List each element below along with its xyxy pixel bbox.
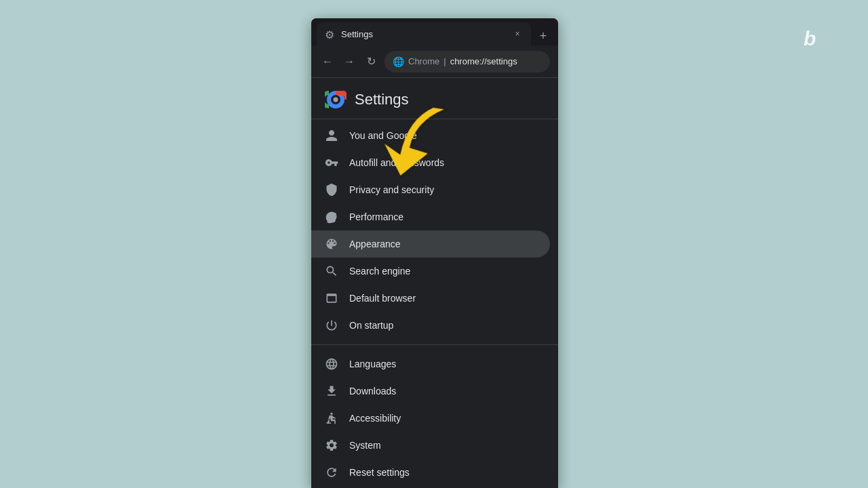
sidebar-item-label: System [349, 440, 381, 451]
sidebar-item-on-startup[interactable]: On startup [311, 312, 558, 339]
sidebar-item-label: You and Google [349, 130, 417, 141]
nav-section-main: You and Google Autofill and passwords Pr… [311, 119, 558, 342]
accessibility-icon [325, 411, 338, 425]
page-title: Settings [355, 91, 409, 108]
tab-favicon-icon: ⚙ [325, 28, 336, 39]
back-button[interactable]: ← [319, 54, 336, 70]
sidebar-item-label: Autofill and passwords [349, 157, 444, 168]
address-bar: ← → ↻ 🌐 Chrome | chrome://settings [311, 45, 558, 78]
bing-logo: b [804, 27, 831, 54]
tab-title: Settings [341, 29, 507, 39]
sidebar-item-label: Search engine [349, 266, 410, 277]
sidebar-item-label: Downloads [349, 386, 396, 396]
palette-icon [325, 237, 338, 251]
sidebar-item-label: Accessibility [349, 413, 401, 424]
sidebar-item-label: Default browser [349, 293, 416, 304]
power-icon [325, 319, 338, 332]
bing-logo-text: b [804, 27, 815, 49]
tab-close-button[interactable]: × [512, 28, 523, 39]
search-icon [325, 264, 338, 278]
nav-section-advanced: Languages Downloads Accessibility [311, 348, 558, 488]
shield-icon [325, 183, 338, 197]
gauge-icon [325, 210, 338, 224]
url-separator: | [443, 56, 446, 66]
globe-icon [325, 357, 338, 371]
chrome-logo-icon [325, 89, 347, 110]
svg-point-4 [330, 413, 332, 415]
forward-button[interactable]: → [341, 54, 357, 70]
sidebar-item-label: On startup [349, 320, 393, 331]
reset-icon [325, 466, 338, 479]
sidebar-item-autofill[interactable]: Autofill and passwords [311, 149, 558, 176]
download-icon [325, 384, 338, 398]
sidebar-item-you-and-google[interactable]: You and Google [311, 122, 558, 149]
url-path: chrome://settings [450, 56, 517, 66]
person-icon [325, 129, 338, 142]
sidebar-item-languages[interactable]: Languages [311, 350, 558, 378]
sidebar-item-accessibility[interactable]: Accessibility [311, 405, 558, 432]
browser-window: ⚙ Settings × + ← → ↻ 🌐 Chrome | chrome:/… [311, 18, 558, 488]
sidebar-item-label: Languages [349, 359, 396, 369]
settings-header: Settings [311, 78, 558, 119]
sidebar-item-search-engine[interactable]: Search engine [311, 258, 558, 285]
sidebar-item-downloads[interactable]: Downloads [311, 378, 558, 405]
tab-bar: ⚙ Settings × + [311, 18, 558, 45]
url-protocol: Chrome [408, 56, 439, 66]
browser-icon [325, 291, 338, 305]
sidebar-item-label: Appearance [349, 239, 401, 249]
settings-icon [325, 439, 338, 452]
sidebar-item-privacy[interactable]: Privacy and security [311, 176, 558, 203]
reload-button[interactable]: ↻ [363, 54, 379, 70]
sidebar-item-appearance[interactable]: Appearance [311, 230, 550, 258]
sidebar-item-system[interactable]: System [311, 432, 558, 459]
nav-divider-1 [311, 344, 558, 345]
active-tab[interactable]: ⚙ Settings × [317, 22, 531, 45]
site-security-icon: 🌐 [393, 56, 404, 67]
key-icon [325, 156, 338, 169]
sidebar-item-label: Reset settings [349, 467, 410, 478]
sidebar-item-label: Performance [349, 211, 403, 222]
sidebar-item-label: Privacy and security [349, 184, 434, 195]
url-bar[interactable]: 🌐 Chrome | chrome://settings [384, 51, 550, 73]
sidebar-item-default-browser[interactable]: Default browser [311, 285, 558, 312]
settings-content: Settings You and Google Autofill and pas… [311, 78, 558, 488]
sidebar-item-reset-settings[interactable]: Reset settings [311, 459, 558, 486]
svg-point-3 [334, 98, 338, 102]
new-tab-button[interactable]: + [534, 26, 553, 45]
sidebar-item-performance[interactable]: Performance [311, 203, 558, 230]
